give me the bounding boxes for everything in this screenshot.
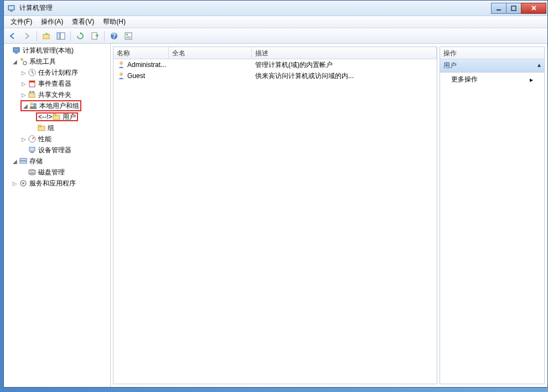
event-icon	[28, 79, 37, 88]
tree-shared-folders[interactable]: ▷ 共享文件夹	[4, 89, 110, 100]
tree-users[interactable]: <--!> 用户	[4, 111, 110, 122]
window-controls	[492, 3, 546, 14]
action-section-users[interactable]: 用户 ▴	[440, 59, 544, 73]
device-icon	[28, 146, 37, 154]
app-window: 计算机管理 文件(F) 操作(A) 查看(V) 帮助(H) ? 计算机	[3, 0, 548, 388]
minimize-button[interactable]	[491, 3, 506, 14]
svg-rect-11	[125, 33, 132, 39]
expander-icon[interactable]: ▷	[20, 92, 27, 98]
tree-local-users-groups[interactable]: ◢ 本地用户和组	[20, 100, 81, 111]
svg-rect-30	[38, 125, 41, 127]
svg-point-24	[30, 102, 33, 106]
list-body[interactable]: Administrat... 管理计算机(域)的内置帐户 Guest 供来宾访问…	[113, 59, 437, 384]
svg-rect-35	[20, 161, 27, 163]
svg-rect-2	[9, 6, 14, 9]
user-name: Guest	[127, 72, 145, 80]
tree-label: 性能	[38, 135, 51, 144]
clock-icon	[28, 68, 37, 77]
cell-name: Guest	[113, 71, 169, 80]
tree-label: 设备管理器	[38, 146, 71, 155]
tree-performance[interactable]: ▷ 性能	[4, 133, 110, 145]
list-row[interactable]: Administrat... 管理计算机(域)的内置帐户	[113, 59, 437, 70]
close-button[interactable]	[521, 3, 546, 14]
column-fullname[interactable]: 全名	[169, 47, 252, 59]
user-icon	[117, 71, 126, 80]
up-button[interactable]	[40, 30, 53, 42]
svg-point-42	[120, 73, 123, 76]
expander-icon[interactable]: ◢	[12, 59, 18, 65]
expander-icon[interactable]: ▷	[20, 81, 27, 87]
tree-services-apps[interactable]: ▷ 服务和应用程序	[4, 178, 110, 189]
menu-help[interactable]: 帮助(H)	[99, 16, 130, 28]
svg-rect-16	[15, 53, 18, 54]
tree-device-manager[interactable]: 设备管理器	[4, 145, 110, 156]
show-hide-tree-button[interactable]	[54, 30, 68, 42]
cell-description: 供来宾访问计算机或访问域的内...	[252, 71, 437, 81]
app-icon	[7, 4, 16, 13]
svg-rect-34	[20, 158, 27, 161]
tree-task-scheduler[interactable]: ▷ 任务计划程序	[4, 67, 110, 78]
list-row[interactable]: Guest 供来宾访问计算机或访问域的内...	[113, 70, 437, 81]
maximize-button[interactable]	[506, 3, 521, 14]
svg-rect-26	[30, 106, 37, 109]
tree-label: 系统工具	[29, 57, 56, 66]
back-button[interactable]	[6, 30, 19, 42]
folder-icon	[37, 123, 46, 132]
svg-rect-33	[30, 152, 34, 153]
refresh-button[interactable]	[74, 30, 87, 42]
expander-icon[interactable]: ▷	[20, 70, 27, 76]
expander-icon[interactable]: ◢	[23, 103, 28, 109]
tree-label: 磁盘管理	[38, 168, 65, 177]
action-panel: 操作 用户 ▴ 更多操作 ▸	[440, 47, 545, 384]
tree-label: 任务计划程序	[38, 68, 78, 78]
svg-point-17	[23, 61, 27, 65]
menu-view[interactable]: 查看(V)	[68, 16, 99, 28]
svg-rect-1	[10, 11, 13, 12]
expander-icon[interactable]: ▷	[12, 180, 18, 187]
tree-groups[interactable]: 组	[4, 122, 110, 133]
properties-button[interactable]	[122, 30, 135, 42]
help-button[interactable]: ?	[107, 30, 121, 42]
tree-label: 共享文件夹	[38, 90, 71, 100]
toolbar: ?	[4, 28, 547, 44]
window-title: 计算机管理	[19, 3, 492, 13]
tree-label: 事件查看器	[38, 79, 71, 89]
tree-root[interactable]: 计算机管理(本地)	[4, 45, 110, 56]
tree-disk-management[interactable]: 磁盘管理	[4, 167, 110, 178]
action-more[interactable]: 更多操作 ▸	[440, 73, 544, 86]
svg-point-25	[33, 103, 37, 106]
collapse-icon: ▴	[537, 61, 541, 70]
users-groups-icon	[29, 101, 38, 110]
svg-point-38	[29, 173, 35, 175]
services-icon	[19, 179, 28, 188]
svg-rect-20	[29, 81, 35, 82]
expander-icon[interactable]: ▷	[20, 136, 27, 142]
tree-event-viewer[interactable]: ▷ 事件查看器	[4, 78, 110, 89]
tree-label: 用户	[63, 112, 76, 122]
navigation-tree[interactable]: 计算机管理(本地) ◢ 系统工具 ▷ 任务计划程序 ▷ 事件查看器 ▷ 共享文件…	[4, 44, 111, 387]
chevron-right-icon: ▸	[530, 76, 533, 84]
menu-file[interactable]: 文件(F)	[6, 16, 37, 28]
forward-button[interactable]	[20, 30, 34, 42]
svg-rect-14	[126, 38, 131, 38]
column-description[interactable]: 描述	[252, 47, 437, 59]
expander-icon[interactable]: ◢	[12, 158, 18, 164]
cell-name: Administrat...	[113, 60, 169, 69]
cell-description: 管理计算机(域)的内置帐户	[252, 60, 437, 70]
action-panel-header: 操作	[440, 47, 544, 59]
storage-icon	[19, 157, 28, 166]
tools-icon	[19, 57, 28, 66]
tree-storage[interactable]: ◢ 存储	[4, 156, 110, 167]
toolbar-separator	[70, 31, 71, 41]
tree-label: 存储	[29, 157, 43, 166]
performance-icon	[28, 135, 37, 143]
tree-system-tools[interactable]: ◢ 系统工具	[4, 56, 110, 67]
expander-icon[interactable]	[5, 48, 11, 54]
export-button[interactable]	[88, 30, 101, 42]
svg-rect-4	[511, 6, 516, 11]
menubar: 文件(F) 操作(A) 查看(V) 帮助(H)	[4, 16, 547, 28]
column-name[interactable]: 名称	[113, 47, 169, 59]
user-list: 名称 全名 描述 Administrat... 管理计算机(域)的内置帐户 G	[113, 47, 437, 384]
tree-label: 计算机管理(本地)	[23, 46, 74, 55]
menu-action[interactable]: 操作(A)	[37, 16, 68, 28]
